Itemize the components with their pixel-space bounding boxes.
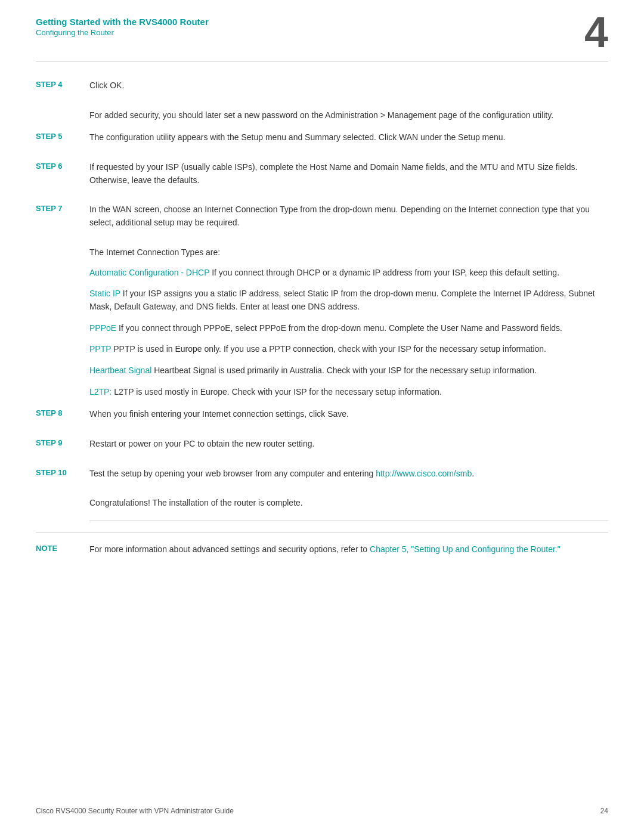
connection-type-dhcp: Automatic Configuration - DHCP If you co… (89, 267, 608, 280)
connection-type-static-ip: Static IP If your ISP assigns you a stat… (89, 287, 608, 313)
step-10-content: Test the setup by opening your web brows… (89, 467, 608, 485)
step-7-block: STEP 7 In the WAN screen, choose an Inte… (36, 203, 608, 234)
static-ip-text: If your ISP assigns you a static IP addr… (89, 289, 595, 311)
step-5-content: The configuration utility appears with t… (89, 131, 608, 149)
step-6-label: STEP 6 (36, 161, 89, 171)
step-4-sub: For added security, you should later set… (89, 109, 608, 122)
dhcp-label: Automatic Configuration - DHCP (89, 268, 209, 277)
step-4-content: Click OK. (89, 79, 608, 97)
l2tp-text: L2TP is used mostly in Europe. Check wit… (114, 387, 442, 397)
step-10-block: STEP 10 Test the setup by opening your w… (36, 467, 608, 485)
step-8-main: When you finish entering your Internet c… (89, 408, 608, 421)
page-container: Getting Started with the RVS4000 Router … (0, 0, 644, 833)
step-8-content: When you finish entering your Internet c… (89, 408, 608, 426)
pppoe-text: If you connect through PPPoE, select PPP… (119, 323, 562, 333)
step-5-label: STEP 5 (36, 131, 89, 141)
step-9-main: Restart or power on your PC to obtain th… (89, 438, 608, 451)
step-5-block: STEP 5 The configuration utility appears… (36, 131, 608, 149)
step-9-block: STEP 9 Restart or power on your PC to ob… (36, 438, 608, 456)
connection-type-intro: The Internet Connection Types are: (89, 246, 608, 259)
step-7-main: In the WAN screen, choose an Internet Co… (89, 203, 608, 229)
chapter5-link[interactable]: Chapter 5, "Setting Up and Configuring t… (370, 544, 561, 554)
footer-left-text: Cisco RVS4000 Security Router with VPN A… (36, 807, 234, 815)
note-block: NOTE For more information about advanced… (36, 532, 608, 556)
page-header: Getting Started with the RVS4000 Router … (0, 0, 644, 54)
pppoe-label: PPPoE (89, 323, 116, 333)
connection-types-block: The Internet Connection Types are: Autom… (89, 246, 608, 399)
header-subtitle: Configuring the Router (36, 28, 209, 37)
pptp-text: PPTP is used in Europe only. If you use … (113, 344, 546, 354)
header-title: Getting Started with the RVS4000 Router (36, 17, 209, 27)
static-ip-label: Static IP (89, 289, 120, 298)
step-8-block: STEP 8 When you finish entering your Int… (36, 408, 608, 426)
pptp-label: PPTP (89, 344, 111, 354)
step-6-content: If requested by your ISP (usually cable … (89, 161, 608, 191)
step-4-block: STEP 4 Click OK. (36, 79, 608, 97)
page-footer: Cisco RVS4000 Security Router with VPN A… (36, 807, 608, 815)
step-9-label: STEP 9 (36, 438, 89, 447)
connection-type-pppoe: PPPoE If you connect through PPPoE, sele… (89, 322, 608, 335)
step-9-content: Restart or power on your PC to obtain th… (89, 438, 608, 456)
header-left: Getting Started with the RVS4000 Router … (36, 17, 209, 37)
step-5-main: The configuration utility appears with t… (89, 131, 608, 144)
step-4-main: Click OK. (89, 79, 608, 92)
step-6-block: STEP 6 If requested by your ISP (usually… (36, 161, 608, 191)
step-8-label: STEP 8 (36, 408, 89, 417)
connection-type-pptp: PPTP PPTP is used in Europe only. If you… (89, 343, 608, 356)
connection-type-l2tp: L2TP: L2TP is used mostly in Europe. Che… (89, 386, 608, 399)
step-7-content: In the WAN screen, choose an Internet Co… (89, 203, 608, 234)
l2tp-label: L2TP: (89, 387, 112, 397)
dhcp-text: If you connect through DHCP or a dynamic… (212, 268, 559, 277)
step-10-main: Test the setup by opening your web brows… (89, 467, 608, 481)
step-4-label: STEP 4 (36, 79, 89, 89)
congratulations-text: Congratulations! The installation of the… (89, 497, 608, 521)
step-6-main: If requested by your ISP (usually cable … (89, 161, 608, 187)
footer-page-number: 24 (600, 807, 608, 815)
heartbeat-text: Heartbeat Signal is used primarily in Au… (154, 366, 537, 375)
main-content: STEP 4 Click OK. For added security, you… (0, 61, 644, 580)
cisco-smb-link[interactable]: http://www.cisco.com/smb (376, 469, 472, 478)
note-label: NOTE (36, 543, 89, 553)
heartbeat-label: Heartbeat Signal (89, 366, 151, 375)
note-content: For more information about advanced sett… (89, 543, 608, 556)
chapter-number: 4 (584, 11, 608, 54)
step-10-label: STEP 10 (36, 467, 89, 477)
step-7-label: STEP 7 (36, 203, 89, 213)
connection-type-heartbeat: Heartbeat Signal Heartbeat Signal is use… (89, 364, 608, 377)
